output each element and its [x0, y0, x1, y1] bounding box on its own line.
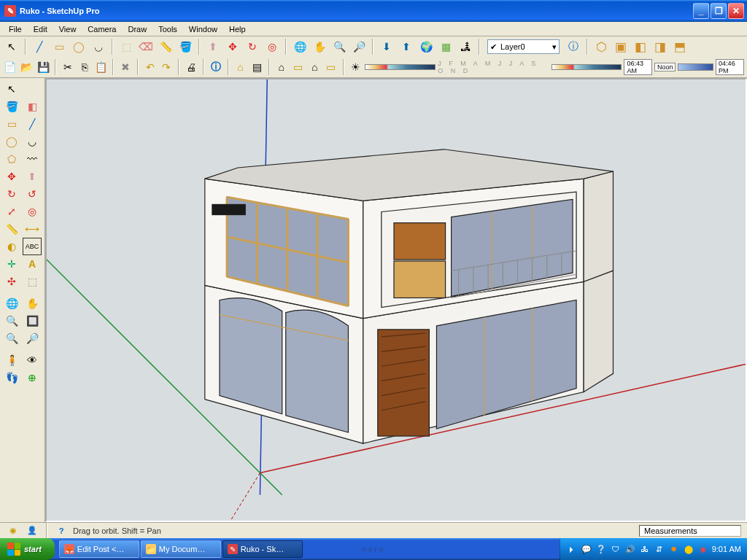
task-firefox[interactable]: 🦊Edit Post <… — [59, 540, 139, 558]
section-plane-v[interactable]: ⊕ — [23, 369, 42, 386]
select-tool-v[interactable]: ↖ — [2, 80, 21, 98]
get-models[interactable]: ⬇ — [378, 38, 395, 55]
paint-tool-v[interactable]: 🪣 — [2, 98, 21, 115]
rotate-tool-v[interactable]: ↻ — [2, 185, 21, 203]
shadow-time-bar[interactable] — [551, 64, 622, 70]
tape-measure-tool[interactable]: 📏 — [157, 38, 174, 55]
iso-view[interactable]: ⬡ — [592, 38, 610, 55]
credits-icon[interactable]: 👤 — [25, 524, 39, 537]
tray-network-icon[interactable]: 🖧 — [639, 543, 651, 555]
layer-visible-check[interactable]: ✔ — [488, 42, 499, 52]
pushpull-v[interactable]: ⬆ — [23, 168, 42, 185]
redo[interactable]: ↷ — [160, 58, 174, 76]
model-info[interactable]: ⓘ — [209, 58, 223, 76]
delete[interactable]: ✖ — [118, 58, 133, 76]
menu-edit[interactable]: Edit — [28, 23, 53, 35]
tray-shield-icon[interactable]: 🛡 — [610, 543, 622, 555]
layer-name-input[interactable] — [499, 42, 550, 51]
style-hidden[interactable]: ⌂ — [307, 58, 322, 76]
front-view[interactable]: ◧ — [632, 38, 649, 55]
cut[interactable]: ✂ — [61, 58, 75, 76]
3d-viewport[interactable] — [45, 78, 747, 522]
arc-tool[interactable]: ◡ — [90, 38, 107, 55]
shadow-settings[interactable]: ☀ — [349, 58, 363, 76]
minimize-button[interactable]: _ — [693, 3, 709, 19]
polygon-tool-v[interactable]: ⬠ — [2, 150, 21, 168]
tape-v[interactable]: 📏 — [2, 220, 21, 238]
google-earth[interactable]: 🌍 — [417, 38, 435, 55]
clock[interactable]: 9:01 AM — [712, 545, 741, 553]
tray-av-icon[interactable]: ✹ — [668, 543, 680, 555]
tray-help-icon[interactable]: ❔ — [595, 543, 607, 555]
section-display-v[interactable]: ⬚ — [23, 273, 42, 290]
tray-app-icon[interactable]: ◉ — [697, 543, 709, 555]
print[interactable]: 🖨 — [184, 58, 198, 76]
zoom-window-v[interactable]: 🔲 — [23, 312, 42, 330]
menu-tools[interactable]: Tools — [152, 23, 183, 35]
help-icon[interactable]: ? — [54, 524, 69, 537]
share-model[interactable]: ⬆ — [398, 38, 415, 55]
zoom-tool[interactable]: 🔍 — [330, 38, 348, 55]
rect-tool-v[interactable]: ▭ — [2, 115, 21, 133]
select-tool[interactable]: ↖ — [3, 38, 20, 55]
undo[interactable]: ↶ — [143, 58, 158, 76]
menu-window[interactable]: Window — [183, 23, 223, 35]
back-view[interactable]: ⬒ — [671, 38, 689, 55]
layer-dropdown-icon[interactable]: ▾ — [550, 42, 559, 52]
walk-v[interactable]: 👣 — [2, 369, 21, 386]
tray-arrow-icon[interactable]: ⏵ — [566, 543, 578, 555]
style-shaded1[interactable]: ⌂ — [274, 58, 289, 76]
top-view[interactable]: ▣ — [612, 38, 630, 55]
tray-volume-icon[interactable]: 🔊 — [624, 543, 636, 555]
style-xray[interactable]: ▭ — [324, 58, 338, 76]
shadow-slider[interactable] — [678, 63, 713, 71]
axes-tool-v[interactable]: ✛ — [2, 255, 21, 273]
dimension-v[interactable]: ⟷ — [23, 220, 42, 238]
close-button[interactable]: ✕ — [728, 3, 744, 19]
new-file[interactable]: 📄 — [3, 58, 18, 76]
layer-manager[interactable]: ⓘ — [565, 38, 582, 55]
pushpull-tool[interactable]: ⬆ — [204, 38, 222, 55]
rectangle-tool[interactable]: ▭ — [50, 38, 68, 55]
tray-chat-icon[interactable]: 💬 — [581, 543, 592, 555]
layer-selector[interactable]: ✔ ▾ — [487, 39, 560, 54]
menu-file[interactable]: File — [3, 23, 28, 35]
circle-tool-v[interactable]: ◯ — [2, 133, 21, 150]
followme-v[interactable]: ↺ — [23, 185, 42, 203]
orbit-tool[interactable]: 🌐 — [291, 38, 309, 55]
menu-help[interactable]: Help — [223, 23, 252, 35]
toggle-terrain[interactable]: ▦ — [437, 38, 454, 55]
protractor-v[interactable]: ◐ — [2, 238, 21, 255]
menu-camera[interactable]: Camera — [82, 23, 122, 35]
style-wireframe[interactable]: ▤ — [249, 58, 264, 76]
save-file[interactable]: 💾 — [36, 58, 50, 76]
zoom-extents-tool[interactable]: 🔎 — [350, 38, 368, 55]
position-camera-v[interactable]: 🧍 — [2, 351, 21, 369]
line-tool-v[interactable]: ╱ — [23, 115, 42, 133]
system-tray[interactable]: ⏵ 💬 ❔ 🛡 🔊 🖧 ⇵ ✹ ⬤ ◉ 9:01 AM — [560, 538, 747, 560]
menu-draw[interactable]: Draw — [122, 23, 152, 35]
copy[interactable]: ⎘ — [77, 58, 92, 76]
task-sketchup[interactable]: ✎Ruko - Sk… — [222, 540, 303, 558]
offset-tool[interactable]: ◎ — [263, 38, 281, 55]
scale-tool-v[interactable]: ⤢ — [2, 203, 21, 220]
paste[interactable]: 📋 — [93, 58, 108, 76]
geo-location-icon[interactable]: ◉ — [6, 524, 20, 537]
tray-update-icon[interactable]: ⬤ — [683, 543, 694, 555]
start-button[interactable]: start — [0, 538, 55, 560]
look-around-v[interactable]: 👁 — [23, 351, 42, 369]
menu-view[interactable]: View — [53, 23, 82, 35]
zoom-extents-v[interactable]: 🔎 — [23, 330, 42, 347]
right-view[interactable]: ◨ — [651, 38, 669, 55]
freehand-tool-v[interactable]: 〰 — [23, 150, 42, 168]
eraser-tool[interactable]: ⌫ — [137, 38, 155, 55]
make-component[interactable]: ⬚ — [117, 38, 135, 55]
task-explorer[interactable]: 📁My Docum… — [141, 540, 221, 558]
circle-tool[interactable]: ◯ — [70, 38, 88, 55]
maximize-button[interactable]: ❐ — [711, 3, 727, 19]
open-file[interactable]: 📂 — [20, 58, 34, 76]
3dtext-v[interactable]: A — [23, 255, 42, 273]
move-tool-v[interactable]: ✥ — [2, 168, 21, 185]
pan-tool[interactable]: ✋ — [311, 38, 328, 55]
style-home[interactable]: ⌂ — [233, 58, 248, 76]
